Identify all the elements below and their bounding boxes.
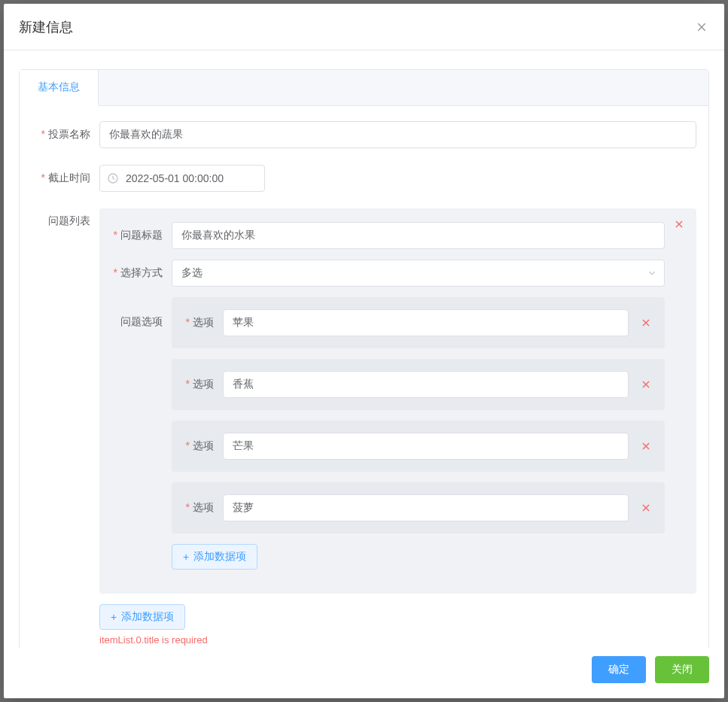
plus-icon: +: [111, 611, 117, 623]
vote-name-input[interactable]: [99, 121, 696, 148]
confirm-button-label: 确定: [608, 663, 629, 676]
deadline-input[interactable]: [99, 165, 265, 192]
select-mode-value[interactable]: [172, 260, 665, 287]
options-column: 选项 选项: [172, 297, 665, 570]
form-panel: 基本信息 投票名称 截止时间: [19, 69, 709, 649]
close-icon: [696, 21, 708, 33]
tab-content: 投票名称 截止时间 问题列表: [20, 106, 708, 649]
label-option: 选项: [184, 316, 223, 330]
close-button-label: 关闭: [672, 663, 693, 676]
option-row: 选项: [172, 359, 665, 410]
tab-basic-info-label: 基本信息: [38, 81, 80, 94]
validation-error: itemList.0.title is required: [99, 634, 696, 646]
option-row: 选项: [172, 297, 665, 348]
dialog-close-button[interactable]: [694, 20, 709, 35]
option-input-3[interactable]: [223, 494, 629, 521]
confirm-button[interactable]: 确定: [592, 656, 646, 683]
label-question-list: 问题列表: [32, 208, 99, 228]
tabs-bar: 基本信息: [20, 70, 708, 106]
question-card: 问题标题 选择方式: [99, 208, 696, 594]
tab-basic-info[interactable]: 基本信息: [20, 70, 99, 106]
option-row: 选项: [172, 482, 665, 533]
remove-question-button[interactable]: [672, 217, 686, 231]
remove-option-button[interactable]: [639, 316, 653, 330]
label-option: 选项: [184, 501, 223, 515]
close-icon: [641, 441, 651, 451]
add-option-button[interactable]: + 添加数据项: [172, 544, 257, 570]
label-deadline: 截止时间: [32, 172, 99, 185]
dialog: 新建信息 基本信息 投票名称 截止时间: [4, 4, 724, 698]
close-icon: [641, 318, 651, 328]
add-question-button[interactable]: + 添加数据项: [99, 604, 185, 630]
label-vote-name: 投票名称: [32, 128, 99, 141]
option-input-2[interactable]: [223, 433, 629, 460]
close-icon: [641, 379, 651, 390]
label-question-title: 问题标题: [113, 229, 172, 242]
select-mode-dropdown[interactable]: [172, 260, 665, 287]
question-title-input[interactable]: [172, 222, 665, 249]
clock-icon: [107, 172, 119, 184]
row-question-list: 问题列表 问题标题 选择方式: [32, 208, 696, 646]
remove-option-button[interactable]: [639, 439, 653, 453]
close-icon: [674, 219, 684, 229]
row-question-options: 问题选项 选项: [113, 297, 665, 570]
label-option: 选项: [184, 378, 223, 391]
dialog-body: 基本信息 投票名称 截止时间: [4, 50, 724, 649]
label-option: 选项: [184, 439, 223, 453]
label-select-mode: 选择方式: [113, 266, 172, 280]
question-list-body: 问题标题 选择方式: [99, 208, 696, 646]
add-option-label: 添加数据项: [193, 550, 246, 564]
dialog-footer: 确定 关闭: [4, 649, 724, 698]
row-question-title: 问题标题: [113, 222, 665, 249]
add-question-label: 添加数据项: [121, 610, 174, 624]
close-icon: [641, 503, 651, 513]
row-deadline: 截止时间: [32, 165, 696, 192]
option-input-1[interactable]: [223, 371, 629, 398]
option-row: 选项: [172, 421, 665, 472]
chevron-down-icon: [647, 268, 657, 278]
remove-option-button[interactable]: [639, 501, 653, 515]
dialog-header: 新建信息: [4, 4, 724, 50]
remove-option-button[interactable]: [639, 378, 653, 391]
deadline-picker[interactable]: [99, 165, 265, 192]
row-select-mode: 选择方式: [113, 260, 665, 287]
label-question-options: 问题选项: [113, 297, 172, 329]
close-button[interactable]: 关闭: [655, 656, 709, 683]
option-input-0[interactable]: [223, 309, 629, 336]
plus-icon: +: [183, 551, 189, 563]
dialog-title: 新建信息: [19, 18, 73, 36]
row-vote-name: 投票名称: [32, 121, 696, 148]
